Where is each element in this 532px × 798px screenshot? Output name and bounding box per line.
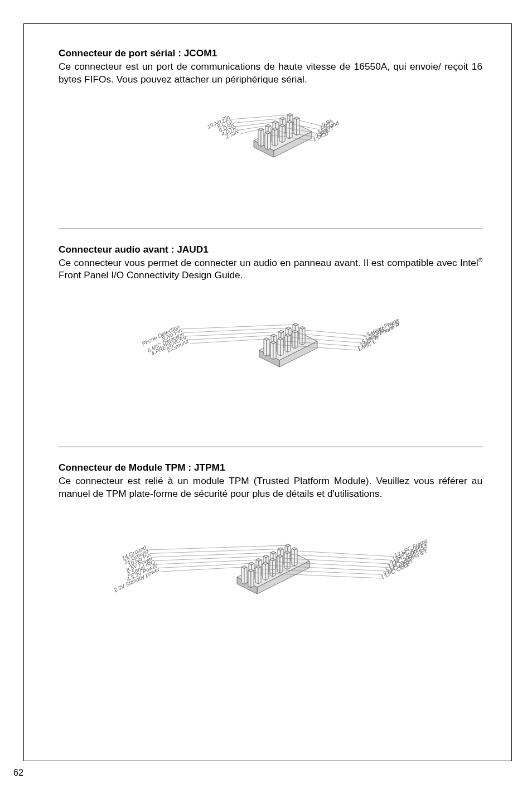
svg-marker-31	[294, 118, 297, 136]
svg-marker-79	[288, 335, 291, 352]
svg-marker-26	[282, 125, 285, 143]
section-divider	[59, 447, 482, 447]
svg-line-163	[161, 567, 243, 572]
section-jaud1: Connecteur audio avant : JAUD1 Ce connec…	[59, 244, 482, 426]
svg-marker-4	[258, 129, 261, 147]
svg-marker-5	[261, 129, 264, 147]
svg-marker-19	[265, 133, 268, 150]
section-divider	[59, 229, 482, 229]
section-title: Connecteur de Module TPM : JTPM1	[59, 462, 482, 473]
svg-marker-150	[294, 549, 297, 566]
section-title: Connecteur audio avant : JAUD1	[59, 244, 482, 255]
svg-line-151	[148, 545, 286, 550]
svg-line-43	[299, 120, 322, 126]
svg-marker-20	[268, 133, 270, 150]
page-number: 62	[13, 768, 23, 778]
svg-line-96	[305, 330, 366, 336]
diagram-jaud1: 10.Head Phone Detection8.No Pin6.MIC Det…	[59, 297, 482, 425]
svg-line-159	[157, 560, 257, 564]
svg-marker-78	[285, 335, 288, 352]
svg-marker-22	[272, 129, 275, 146]
svg-marker-58	[267, 339, 269, 356]
svg-line-88	[183, 328, 287, 333]
svg-line-94	[190, 339, 265, 344]
section-jtpm1: Connecteur de Module TPM : JTPM1 Ce conn…	[59, 462, 482, 672]
svg-line-41	[240, 129, 259, 134]
svg-marker-146	[284, 552, 287, 569]
svg-marker-57	[264, 339, 267, 356]
svg-marker-138	[265, 563, 268, 581]
svg-marker-135	[258, 567, 261, 584]
svg-marker-141	[273, 559, 275, 577]
svg-marker-147	[287, 552, 290, 569]
svg-line-157	[154, 556, 264, 560]
svg-marker-23	[275, 129, 278, 146]
section-body: Ce connecteur vous permet de connecter u…	[59, 257, 482, 282]
svg-marker-143	[277, 556, 280, 573]
diagram-jcom1: 10.No Pin8.CTS6.DSR4.DTR2.SIN 9.RI7.RTS5…	[59, 101, 482, 207]
page-content: Connecteur de port sérial : JCOM1 Ce con…	[23, 23, 512, 761]
svg-marker-73	[273, 342, 276, 360]
svg-marker-28	[287, 122, 289, 139]
svg-marker-111	[244, 567, 247, 584]
svg-marker-131	[248, 570, 251, 588]
svg-marker-137	[263, 563, 265, 581]
svg-line-155	[152, 553, 272, 557]
svg-marker-132	[251, 570, 254, 588]
section-title: Connecteur de port sérial : JCOM1	[59, 47, 482, 59]
section-jcom1: Connecteur de port sérial : JCOM1 Ce con…	[59, 47, 482, 207]
svg-marker-75	[278, 339, 280, 356]
svg-marker-32	[297, 118, 299, 136]
svg-marker-134	[255, 567, 258, 584]
svg-line-153	[150, 549, 279, 553]
svg-marker-149	[292, 549, 294, 566]
svg-marker-72	[270, 342, 273, 360]
svg-marker-76	[280, 339, 283, 356]
svg-marker-144	[280, 556, 283, 573]
svg-marker-25	[279, 125, 282, 143]
diagram-jtpm1: 14.Ground12.Ground10.No Pin8.5V Power6.S…	[59, 516, 482, 672]
svg-marker-140	[270, 559, 273, 577]
svg-line-86	[181, 325, 294, 329]
section-body: Ce connecteur est un port de communicati…	[59, 60, 482, 86]
svg-marker-29	[289, 122, 292, 139]
section-body: Ce connecteur est relié à un module TPM …	[59, 475, 482, 500]
svg-marker-110	[241, 567, 244, 584]
